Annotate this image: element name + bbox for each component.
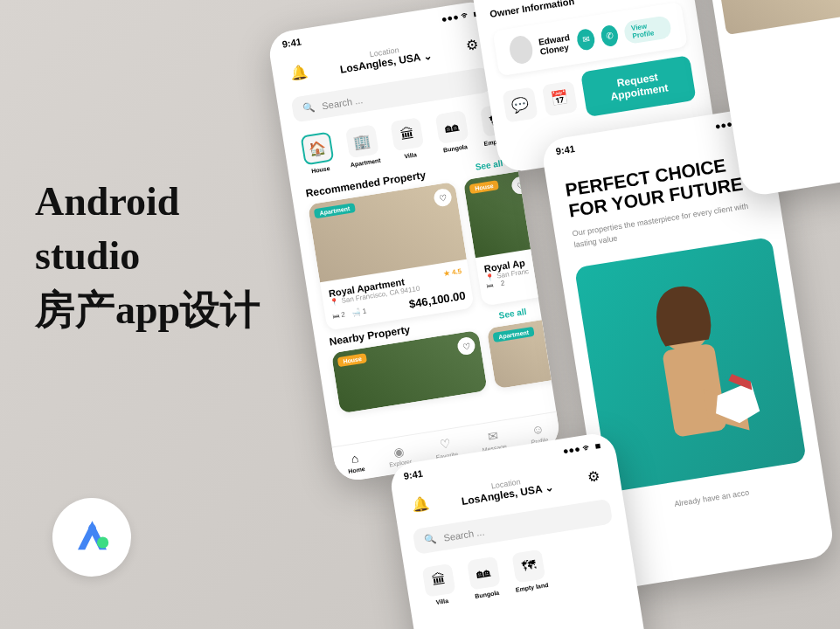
bell-icon[interactable]: 🔔: [406, 489, 434, 517]
category-house[interactable]: 🏠House: [297, 131, 340, 176]
badge-apartment: Apartment: [314, 203, 356, 218]
svg-point-0: [88, 524, 96, 532]
title-line-3: 房产app设计: [35, 283, 260, 337]
svg-point-1: [97, 536, 108, 548]
search-icon: 🔍: [302, 101, 316, 114]
android-studio-logo: [52, 498, 131, 577]
owner-avatar: [508, 34, 535, 66]
search-icon: 🔍: [424, 533, 438, 546]
title-line-1: Android: [35, 175, 260, 229]
property-card-main[interactable]: Apartment ♡ Royal Apartment★ 4.5 📍 San F…: [308, 182, 475, 331]
bell-icon[interactable]: 🔔: [285, 58, 313, 86]
nav-home[interactable]: ⌂Home: [345, 450, 365, 474]
message-owner-button[interactable]: ✉: [576, 28, 596, 52]
chat-icon[interactable]: 💬: [502, 86, 538, 122]
favorite-button[interactable]: ♡: [433, 188, 453, 208]
category-bungola[interactable]: 🏘Bungola: [432, 109, 475, 154]
home-screen-mockup-2: 9:41●●● ᯤ ■ 🔔 LocationLosAngles, USA ⌄ ⚙…: [388, 431, 651, 629]
view-profile-button[interactable]: View Profile: [623, 15, 672, 45]
nearby-card-2[interactable]: Apartment: [487, 318, 562, 390]
status-icons: ●●● ᯤ ■: [441, 8, 480, 24]
category-apartment[interactable]: 🏢Apartment: [342, 124, 385, 169]
promo-title: Android studio 房产app设计: [35, 175, 260, 337]
property-card-side[interactable]: House♡ Royal Ap 📍 San Franc 🛏 2: [463, 169, 552, 307]
svg-rect-3: [662, 343, 727, 438]
see-all-link[interactable]: See all: [498, 306, 527, 320]
title-line-2: studio: [35, 229, 260, 283]
owner-name: Edward Cloney: [538, 32, 572, 56]
see-all-link[interactable]: See all: [475, 158, 503, 172]
status-time: 9:41: [281, 36, 302, 49]
phone-mockups: 9:41 ●●● ᯤ ■ 🔔 Location LosAngles, USA ⌄…: [264, 0, 840, 629]
call-owner-button[interactable]: ✆: [600, 24, 620, 47]
card-stats: 🛏 2🛁 1: [332, 308, 367, 321]
request-appointment-button[interactable]: Request Appoitment: [580, 55, 697, 117]
calendar-icon[interactable]: 📅: [542, 80, 578, 116]
category-villa[interactable]: 🏛Villa: [386, 117, 429, 162]
filter-icon[interactable]: ⚙: [580, 462, 607, 490]
